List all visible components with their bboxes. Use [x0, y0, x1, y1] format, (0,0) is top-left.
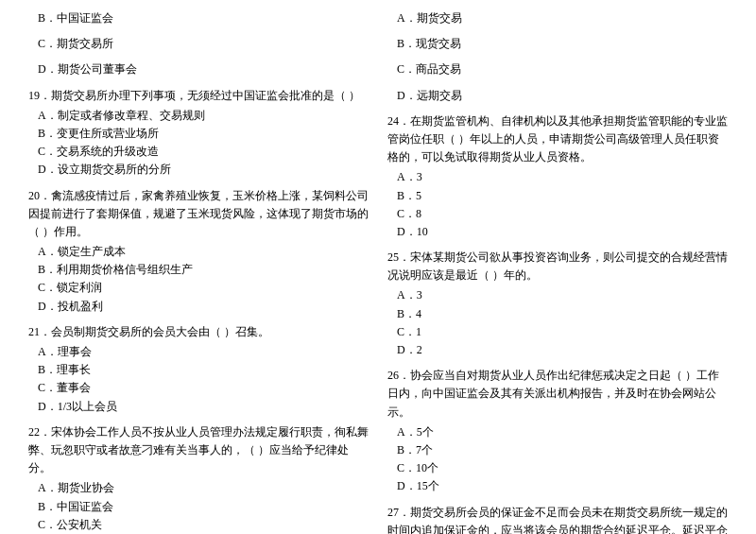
q19-option-d: D．设立期货交易所的分所 [28, 161, 369, 179]
question-25-text: 25．宋体某期货公司欲从事投资咨询业务，则公司提交的合规经营情况说明应该是最近（… [387, 249, 728, 284]
option-c-qihuojiaoyisuo: C．期货交易所 [28, 35, 369, 53]
left-column: B．中国证监会 C．期货交易所 D．期货公司董事会 19．期货交易所办理下列事项… [28, 9, 378, 534]
q25-option-b: B．4 [387, 305, 728, 323]
q21-option-c: C．董事会 [28, 379, 369, 397]
q22-option-c: C．公安机关 [28, 516, 369, 534]
question-22-text: 22．宋体协会工作人员不按从业人员管理办法规定履行职责，徇私舞弊、玩忽职守或者故… [28, 423, 369, 478]
question-21-text: 21．会员制期货交易所的会员大会由（ ）召集。 [28, 323, 369, 341]
option-text: C．期货交易所 [28, 35, 369, 53]
q25-option-a: A．3 [387, 286, 728, 304]
q25-option-c: C．1 [387, 323, 728, 341]
q20-option-a: A．锁定生产成本 [28, 243, 369, 261]
q21-option-a: A．理事会 [28, 343, 369, 361]
question-27: 27．期货交易所会员的保证金不足而会员未在期货交易所统一规定的时间内追加保证金的… [387, 504, 728, 535]
q21-option-d: D．1/3以上会员 [28, 398, 369, 416]
q24-option-c: C．8 [387, 205, 728, 223]
q19-option-b: B．变更住所或营业场所 [28, 125, 369, 143]
option-c-shangpinjiaoyi: C．商品交易 [387, 60, 728, 78]
option-b-xianhuojiaoyi: B．现货交易 [387, 35, 728, 53]
q26-option-c: C．10个 [387, 459, 728, 477]
q24-option-a: A．3 [387, 168, 728, 186]
q19-option-a: A．制定或者修改章程、交易规则 [28, 107, 369, 125]
question-19: 19．期货交易所办理下列事项，无须经过中国证监会批准的是（ ） A．制定或者修改… [28, 87, 369, 180]
q24-option-d: D．10 [387, 223, 728, 241]
option-text: A．期货交易 [387, 9, 728, 27]
q26-option-b: B．7个 [387, 441, 728, 459]
q22-option-a: A．期货业协会 [28, 479, 369, 497]
question-22: 22．宋体协会工作人员不按从业人员管理办法规定履行职责，徇私舞弊、玩忽职守或者故… [28, 423, 369, 534]
main-content: B．中国证监会 C．期货交易所 D．期货公司董事会 19．期货交易所办理下列事项… [28, 9, 728, 534]
option-d-yuanqijiaoyi: D．远期交易 [387, 87, 728, 105]
question-21: 21．会员制期货交易所的会员大会由（ ）召集。 A．理事会 B．理事长 C．董事… [28, 323, 369, 416]
q26-option-d: D．15个 [387, 477, 728, 495]
question-25: 25．宋体某期货公司欲从事投资咨询业务，则公司提交的合规经营情况说明应该是最近（… [387, 249, 728, 359]
question-26-text: 26．协会应当自对期货从业人员作出纪律惩戒决定之日起（ ）工作日内，向中国证监会… [387, 367, 728, 422]
option-a-qihuojiaoyi: A．期货交易 [387, 9, 728, 27]
q21-option-b: B．理事长 [28, 361, 369, 379]
option-text: B．中国证监会 [28, 9, 369, 27]
option-text: D．期货公司董事会 [28, 60, 369, 78]
q20-option-c: C．锁定利润 [28, 279, 369, 297]
right-column: A．期货交易 B．现货交易 C．商品交易 D．远期交易 24．在期货监管机构、自… [378, 9, 728, 534]
page-container: B．中国证监会 C．期货交易所 D．期货公司董事会 19．期货交易所办理下列事项… [28, 9, 728, 534]
question-26: 26．协会应当自对期货从业人员作出纪律惩戒决定之日起（ ）工作日内，向中国证监会… [387, 367, 728, 495]
q25-option-d: D．2 [387, 341, 728, 359]
option-b-zhongguozhengjianhui: B．中国证监会 [28, 9, 369, 27]
option-d-dongshihui: D．期货公司董事会 [28, 60, 369, 78]
question-20-text: 20．禽流感疫情过后，家禽养殖业恢复，玉米价格上涨，某饲料公司因提前进行了套期保… [28, 187, 369, 242]
question-19-text: 19．期货交易所办理下列事项，无须经过中国证监会批准的是（ ） [28, 87, 369, 105]
q20-option-d: D．投机盈利 [28, 298, 369, 316]
option-text: B．现货交易 [387, 35, 728, 53]
q24-option-b: B．5 [387, 187, 728, 205]
question-24: 24．在期货监管机构、自律机构以及其他承担期货监管职能的专业监管岗位任职（ ）年… [387, 112, 728, 241]
q20-option-b: B．利用期货价格信号组织生产 [28, 261, 369, 279]
question-27-text: 27．期货交易所会员的保证金不足而会员未在期货交易所统一规定的时间内追加保证金的… [387, 504, 728, 535]
question-20: 20．禽流感疫情过后，家禽养殖业恢复，玉米价格上涨，某饲料公司因提前进行了套期保… [28, 187, 369, 316]
option-text: C．商品交易 [387, 60, 728, 78]
q22-option-b: B．中国证监会 [28, 498, 369, 516]
question-24-text: 24．在期货监管机构、自律机构以及其他承担期货监管职能的专业监管岗位任职（ ）年… [387, 112, 728, 167]
q19-option-c: C．交易系统的升级改造 [28, 143, 369, 161]
option-text: D．远期交易 [387, 87, 728, 105]
q26-option-a: A．5个 [387, 423, 728, 441]
